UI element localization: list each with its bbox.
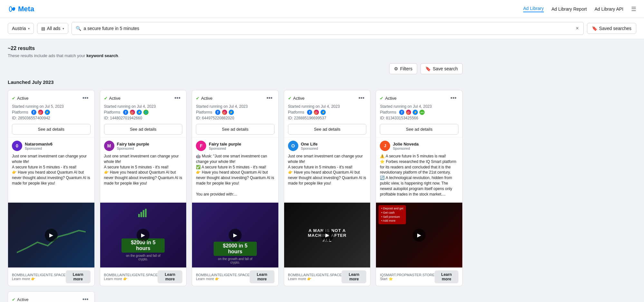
search-input[interactable] — [84, 26, 573, 31]
ad-bottom-1-more-button[interactable]: ••• — [81, 296, 91, 302]
nav-ad-library-api[interactable]: Ad Library API — [595, 6, 624, 12]
ad-1-id: ID: 285036557400942 — [12, 116, 91, 120]
nav-ad-library[interactable]: Ad Library — [523, 6, 544, 12]
ad-1-active-icon: ✔ — [12, 96, 15, 101]
meta-logo[interactable]: Meta — [8, 5, 34, 14]
ad-3-media-inner: $2000 in 5 hours on the growth and fall … — [192, 203, 278, 267]
ad-4-content: O One Life Sponsored Just one smart inve… — [284, 137, 370, 203]
ad-2-platforms-label: Platforms — [104, 110, 120, 115]
ad-4-see-ad-button[interactable]: See ad details — [288, 124, 367, 135]
ad-1-learn-more-button[interactable]: Learn more — [66, 270, 91, 283]
ad-1-see-ad-button[interactable]: See ad details — [12, 124, 91, 135]
ad-1-ig-icon: ◎ — [38, 110, 43, 115]
ad-1-media: ▶ — [8, 203, 94, 267]
ad-4-messenger-icon: ⚡ — [321, 110, 326, 115]
svg-rect-1 — [138, 214, 140, 217]
ad-2-status-badge: ✔ Active — [104, 96, 120, 101]
ad-bottom-1-active-icon: ✔ — [12, 297, 15, 302]
ad-3-text: 🤖 Musk: "Just one smart investment can c… — [196, 154, 274, 197]
ad-card-2-header: ✔ Active ••• Started running on Jul 4, 2… — [100, 90, 187, 137]
ad-5-domain-area: IQSMART.PROPMASTER.STORE Start ⭐ — [380, 273, 435, 281]
section-header: Launched July 2023 — [8, 79, 463, 85]
search-wrapper: 🔍 × — [72, 22, 584, 35]
ad-1-started: Started running on Jul 5, 2023 — [12, 104, 91, 109]
ad-3-see-ad-button[interactable]: See ad details — [196, 124, 274, 135]
ad-3-media: $2000 in 5 hours on the growth and fall … — [192, 203, 278, 267]
results-desc-end: . — [118, 53, 120, 58]
ad-3-learn-more-button[interactable]: Learn more — [250, 270, 274, 283]
ad-5-media-inner: • Deposit and get• Get cash• Sell premiu… — [376, 203, 462, 267]
ad-5-status-row: ✔ Active ••• — [380, 94, 458, 102]
ad-3-advertiser-name: Fairy tale purple — [209, 142, 241, 146]
ad-1-tagline: Learn more 👉 — [12, 277, 66, 281]
ad-5-learn-more-button[interactable]: Learn more — [435, 270, 458, 283]
ad-3-play-button[interactable]: ▶ — [229, 229, 242, 242]
ad-card-1-header: ✔ Active ••• Started running on Jul 5, 2… — [8, 90, 94, 137]
clear-search-button[interactable]: × — [575, 25, 579, 32]
ad-type-chevron-icon: ▾ — [62, 27, 64, 30]
ad-3-started: Started running on Jul 4, 2023 — [196, 104, 274, 109]
ad-1-status-badge: ✔ Active — [12, 96, 28, 101]
ad-1-text: Just one smart investment can change you… — [12, 154, 91, 186]
ad-5-active-icon: ✔ — [380, 96, 383, 101]
ad-3-ig-icon: ◎ — [222, 110, 227, 115]
ad-5-ig-icon: ◎ — [406, 110, 411, 115]
ad-5-platforms: Platforms f ◎ ⚡ AN — [380, 110, 458, 115]
ad-1-content: 0 Nataromaniv6 Sponsored Just one smart … — [8, 137, 94, 203]
hamburger-icon[interactable]: ☰ — [631, 5, 636, 13]
ad-5-see-ad-button[interactable]: See ad details — [380, 124, 458, 135]
ad-4-status-row: ✔ Active ••• — [288, 94, 367, 102]
ad-1-fb-icon: f — [31, 110, 36, 115]
filters-label: Filters — [400, 66, 412, 71]
ad-4-play-button[interactable]: ▶ — [321, 229, 334, 242]
ad-2-fb-icon: f — [123, 110, 128, 115]
ad-4-advertiser-name: One Life — [301, 142, 318, 146]
header-left: Meta — [8, 5, 34, 14]
ad-2-see-ad-button[interactable]: See ad details — [104, 124, 183, 135]
header: Meta Ad Library Ad Library Report Ad Lib… — [0, 0, 644, 18]
ad-2-more-button[interactable]: ••• — [172, 94, 182, 102]
ad-4-learn-more-button[interactable]: Learn more — [341, 270, 366, 283]
ad-5-more-button[interactable]: ••• — [448, 94, 458, 102]
country-filter-button[interactable]: Austria ▾ — [8, 23, 34, 34]
ad-1-play-button[interactable]: ▶ — [45, 229, 58, 242]
ad-2-learn-more-button[interactable]: Learn more — [158, 270, 182, 283]
ad-2-text: Just one smart investment can change you… — [104, 154, 183, 186]
svg-point-0 — [9, 6, 12, 11]
save-search-label: Save search — [433, 66, 458, 71]
ad-1-more-button[interactable]: ••• — [81, 94, 91, 102]
saved-searches-button[interactable]: 🔖 Saved searches — [587, 23, 636, 34]
ad-card-5-header: ✔ Active ••• Started running on Jul 4, 2… — [376, 90, 462, 137]
nav-ad-library-report[interactable]: Ad Library Report — [552, 6, 587, 12]
ad-3-domain: BOMBILLAINTELIGENTE.SPACE — [196, 273, 250, 277]
filters-button[interactable]: ⚙ Filters — [389, 63, 417, 74]
ad-5-advertiser-row: J Jolie Noveda Sponsored — [380, 141, 458, 151]
ad-3-more-button[interactable]: ••• — [264, 94, 274, 102]
save-search-bookmark-icon: 🔖 — [425, 66, 431, 71]
meta-logo-text: Meta — [18, 5, 34, 13]
ad-2-media: $2000 in 5 hours on the growth and fall … — [100, 203, 187, 267]
header-nav: Ad Library Ad Library Report Ad Library … — [523, 5, 636, 13]
ad-type-filter-button[interactable]: ▤ All ads ▾ — [37, 23, 68, 34]
ad-3-advertiser-row: F Fairy tale purple Sponsored — [196, 141, 274, 151]
ad-4-sponsored: Sponsored — [301, 146, 318, 150]
svg-rect-4 — [145, 209, 147, 217]
country-label: Austria — [12, 26, 26, 31]
ad-1-advertiser-info: Nataromaniv6 Sponsored — [25, 142, 53, 150]
ad-2-platforms: Platforms f ◎ ⚡ 🌐 — [104, 110, 183, 115]
ad-1-platforms: Platforms f ◎ ⚡ — [12, 110, 91, 115]
ad-2-domain: BOMBILLAINTELIGENTE.SPACE — [104, 273, 158, 277]
ad-1-messenger-icon: ⚡ — [45, 110, 50, 115]
ad-4-active-icon: ✔ — [288, 96, 292, 101]
ad-3-content: F Fairy tale purple Sponsored 🤖 Musk: "J… — [192, 137, 278, 203]
ad-5-play-button[interactable]: ▶ — [413, 229, 426, 242]
ad-1-sponsored: Sponsored — [25, 146, 53, 150]
ad-5-platforms-label: Platforms — [380, 110, 396, 115]
save-search-button[interactable]: 🔖 Save search — [420, 63, 463, 74]
ad-2-play-button[interactable]: ▶ — [137, 229, 149, 242]
ad-4-more-button[interactable]: ••• — [356, 94, 366, 102]
ad-card-3-header: ✔ Active ••• Started running on Jul 4, 2… — [192, 90, 278, 137]
ad-4-platforms: Platforms f ◎ ⚡ — [288, 110, 367, 115]
svg-rect-2 — [140, 212, 142, 217]
ad-4-platforms-label: Platforms — [288, 110, 304, 115]
